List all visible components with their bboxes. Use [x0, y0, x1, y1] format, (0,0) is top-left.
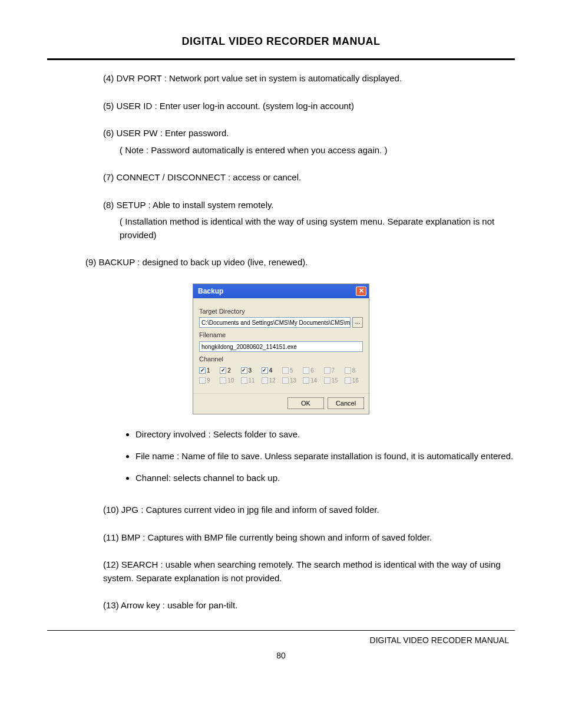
item-10: (10) JPG : Captures current video in jpg… — [103, 503, 515, 517]
bullet-directory: Directory involved : Selects folder to s… — [135, 426, 515, 442]
target-dir-input[interactable]: C:\Documents and Settings\CMS\My Documen… — [199, 317, 351, 328]
checkbox-icon[interactable] — [220, 367, 226, 374]
channel-checkbox: 9 — [199, 376, 217, 385]
channel-number: 1 — [207, 366, 210, 375]
item-12: (12) SEARCH : usable when searching remo… — [103, 558, 515, 585]
checkbox-icon — [345, 367, 351, 374]
item-8: (8) SETUP : Able to install system remot… — [103, 199, 515, 242]
channel-number: 3 — [249, 366, 252, 375]
page-title: DIGITAL VIDEO RECORDER MANUAL — [47, 35, 515, 48]
checkbox-icon — [241, 377, 247, 384]
item-4: (4) DVR PORT : Network port value set in… — [103, 72, 515, 85]
channel-label: Channel — [199, 354, 363, 364]
item-8-note: ( Installation method is identical with … — [120, 215, 515, 242]
channel-number: 2 — [227, 366, 231, 375]
item-6: (6) USER PW : Enter password. ( Note : P… — [103, 127, 515, 157]
item-11: (11) BMP : Captures with BMP file curren… — [103, 531, 515, 545]
channel-number: 4 — [269, 366, 273, 375]
item-13: (13) Arrow key : usable for pan-tilt. — [103, 599, 515, 612]
channel-checkbox[interactable]: 1 — [199, 366, 217, 375]
close-icon[interactable]: ✕ — [356, 286, 366, 296]
channel-checkbox: 7 — [324, 366, 342, 375]
rule-top — [47, 58, 515, 60]
channel-number: 13 — [290, 376, 296, 385]
channel-checkbox: 10 — [220, 376, 238, 385]
channel-checkbox: 5 — [282, 366, 300, 375]
channel-number: 6 — [310, 366, 314, 375]
checkbox-icon — [303, 367, 309, 374]
backup-bullets: Directory involved : Selects folder to s… — [135, 426, 515, 486]
channel-number: 8 — [352, 366, 356, 375]
item-5: (5) USER ID : Enter user log-in account.… — [103, 100, 515, 113]
checkbox-icon — [345, 377, 351, 384]
item-9: (9) BACKUP : designed to back up video (… — [85, 256, 515, 269]
body-content: (4) DVR PORT : Network port value set in… — [47, 72, 515, 612]
channel-grid: 12345678910111213141516 — [199, 366, 363, 385]
rule-bottom — [47, 630, 515, 631]
channel-number: 5 — [290, 366, 293, 375]
channel-checkbox: 8 — [345, 366, 363, 375]
channel-number: 15 — [332, 376, 338, 385]
channel-checkbox[interactable]: 3 — [241, 366, 259, 375]
dialog-title-text: Backup — [198, 286, 223, 297]
channel-number: 10 — [227, 376, 234, 385]
checkbox-icon — [262, 377, 268, 384]
page-number: 80 — [47, 651, 515, 660]
channel-number: 12 — [269, 376, 276, 385]
channel-checkbox: 15 — [324, 376, 342, 385]
channel-number: 14 — [310, 376, 317, 385]
channel-checkbox[interactable]: 2 — [220, 366, 238, 375]
browse-button[interactable]: ... — [352, 317, 363, 328]
channel-checkbox: 12 — [262, 376, 280, 385]
checkbox-icon — [199, 377, 206, 384]
bullet-filename: File name : Name of file to save. Unless… — [135, 448, 515, 464]
checkbox-icon — [324, 377, 330, 384]
bullet-channel: Channel: selects channel to back up. — [135, 470, 515, 486]
checkbox-icon — [282, 377, 289, 384]
channel-checkbox: 13 — [282, 376, 300, 385]
ok-button[interactable]: OK — [287, 397, 324, 409]
checkbox-icon[interactable] — [241, 367, 247, 374]
checkbox-icon — [282, 367, 289, 374]
checkbox-icon — [220, 377, 226, 384]
checkbox-icon — [324, 367, 330, 374]
channel-checkbox[interactable]: 4 — [262, 366, 280, 375]
checkbox-icon[interactable] — [199, 367, 206, 374]
item-7: (7) CONNECT / DISCONNECT : access or can… — [103, 171, 515, 185]
item-6-line1: (6) USER PW : Enter password. — [103, 128, 229, 138]
channel-checkbox: 6 — [303, 366, 321, 375]
channel-number: 9 — [207, 376, 210, 385]
target-dir-label: Target Directory — [199, 307, 363, 317]
channel-number: 7 — [332, 366, 335, 375]
channel-checkbox: 16 — [345, 376, 363, 385]
channel-checkbox: 14 — [303, 376, 321, 385]
filename-input[interactable]: hongkildong_20080602_114151.exe — [199, 341, 363, 352]
channel-number: 16 — [352, 376, 359, 385]
footer-label: DIGITAL VIDEO RECODER MANUAL — [47, 635, 515, 645]
checkbox-icon — [303, 377, 309, 384]
item-8-line1: (8) SETUP : Able to install system remot… — [103, 200, 274, 210]
filename-label: Filename — [199, 330, 363, 340]
cancel-button[interactable]: Cancel — [328, 397, 364, 409]
channel-number: 11 — [249, 376, 255, 385]
channel-checkbox: 11 — [241, 376, 259, 385]
dialog-titlebar: Backup ✕ — [193, 284, 369, 298]
backup-dialog: Backup ✕ Target Directory C:\Documents a… — [193, 284, 369, 415]
item-6-note: ( Note : Password automatically is enter… — [120, 144, 515, 157]
checkbox-icon[interactable] — [262, 367, 268, 374]
